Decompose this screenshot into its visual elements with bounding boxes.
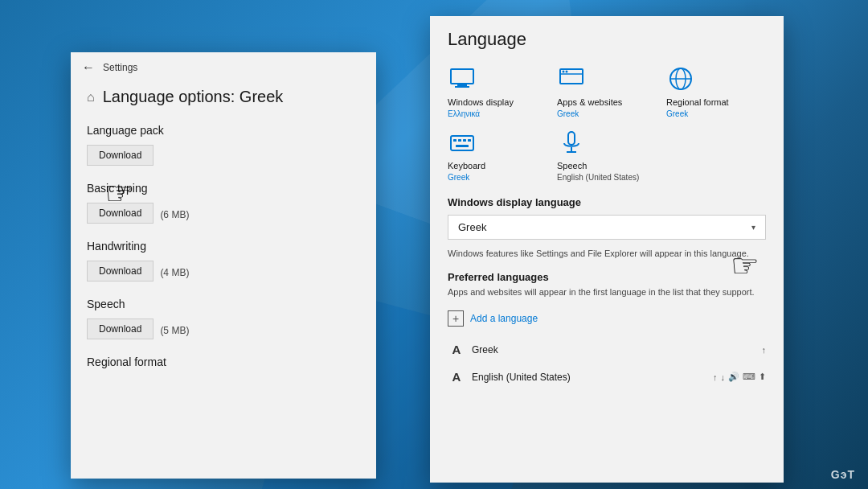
- speech-download-button[interactable]: Download: [87, 318, 154, 339]
- svg-point-5: [563, 71, 565, 73]
- lang-row-english-left: A English (United States): [448, 368, 571, 386]
- english-lang-icons: ↑ ↓ 🔊 ⌨ ⬆: [713, 372, 766, 382]
- home-icon[interactable]: ⌂: [87, 90, 95, 105]
- keyboard-sublabel: Greek: [448, 173, 469, 182]
- language-pack-title: Language pack: [87, 124, 360, 137]
- basic-typing-size: (6 MB): [160, 209, 189, 220]
- dropdown-value: Greek: [458, 221, 486, 233]
- language-dropdown[interactable]: Greek ▾: [448, 215, 766, 240]
- handwriting-download-button[interactable]: Download: [87, 261, 154, 281]
- svg-rect-14: [468, 139, 471, 142]
- english-lang-name: English (United States): [472, 372, 571, 383]
- greek-lang-name: Greek: [472, 344, 498, 355]
- basic-typing-section: Basic typing Download (6 MB): [87, 182, 360, 227]
- apps-websites-icon: [557, 64, 586, 93]
- language-pack-section: Language pack Download: [87, 124, 360, 169]
- speech-section: Speech Download (5 MB): [87, 298, 360, 343]
- display-language-header: Windows display language: [448, 196, 766, 208]
- language-pack-download-button[interactable]: Download: [87, 145, 154, 166]
- preferred-langs-title: Preferred languages: [448, 271, 766, 283]
- svg-rect-11: [453, 139, 457, 142]
- left-panel: ← Settings ⌂ Language options: Greek Lan…: [71, 52, 376, 479]
- settings-title: Settings: [103, 62, 137, 73]
- page-title-text: Language options: Greek: [103, 88, 284, 106]
- english-settings-icon[interactable]: ⬆: [759, 372, 766, 382]
- svg-rect-1: [457, 84, 467, 86]
- svg-rect-15: [456, 145, 469, 147]
- windows-display-icon: [448, 64, 477, 93]
- watermark: GэT: [831, 468, 855, 481]
- handwriting-title: Handwriting: [87, 240, 360, 253]
- speech-icon: [557, 128, 586, 157]
- svg-rect-16: [568, 132, 575, 145]
- speech-btn-row: Download (5 MB): [87, 318, 360, 343]
- svg-rect-13: [463, 139, 466, 142]
- english-speech-icon: 🔊: [728, 372, 739, 382]
- basic-typing-btn-row: Download (6 MB): [87, 203, 360, 227]
- icon-item-regional-format[interactable]: Regional format Greek: [666, 64, 766, 118]
- svg-rect-10: [451, 136, 473, 150]
- lang-row-greek-left: A Greek: [448, 341, 498, 359]
- back-button[interactable]: ←: [82, 60, 95, 75]
- left-panel-content: ⌂ Language options: Greek Language pack …: [71, 80, 376, 392]
- titlebar: ← Settings: [71, 52, 376, 80]
- display-language-desc: Windows features like Settings and File …: [448, 248, 766, 260]
- svg-rect-12: [458, 139, 461, 142]
- icon-item-apps-websites[interactable]: Apps & websites Greek: [557, 64, 657, 118]
- icon-item-speech[interactable]: Speech English (United States): [557, 128, 657, 182]
- svg-rect-0: [451, 69, 473, 84]
- regional-format-section: Regional format: [87, 355, 360, 368]
- lang-row-english: A English (United States) ↑ ↓ 🔊 ⌨ ⬆: [448, 364, 766, 391]
- windows-display-sublabel: Ελληνικά: [448, 109, 480, 118]
- regional-format-label: Regional format: [666, 97, 729, 107]
- english-up-icon[interactable]: ↑: [713, 372, 718, 382]
- greek-lang-icon: A: [448, 341, 465, 359]
- icon-item-windows-display[interactable]: Windows display Ελληνικά: [448, 64, 547, 118]
- english-down-icon[interactable]: ↓: [721, 372, 726, 382]
- speech-sublabel: English (United States): [557, 173, 639, 182]
- apps-websites-sublabel: Greek: [557, 109, 579, 118]
- svg-point-6: [566, 71, 568, 73]
- add-language-button[interactable]: +: [448, 310, 464, 327]
- preferred-langs-desc: Apps and websites will appear in the fir…: [448, 286, 766, 298]
- apps-websites-label: Apps & websites: [557, 97, 622, 107]
- english-lang-icon: A: [448, 368, 465, 386]
- regional-format-title: Regional format: [87, 355, 360, 368]
- language-dropdown-container: Greek ▾: [448, 215, 766, 240]
- lang-row-greek: A Greek ↑: [448, 336, 766, 364]
- add-language-row[interactable]: + Add a language: [448, 307, 766, 330]
- windows-display-label: Windows display: [448, 97, 514, 107]
- speech-label: Speech: [557, 161, 587, 171]
- keyboard-label: Keyboard: [448, 161, 485, 171]
- right-panel-title: Language: [448, 29, 766, 50]
- language-pack-btn-row: Download: [87, 145, 360, 169]
- handwriting-section: Handwriting Download (4 MB): [87, 240, 360, 285]
- right-panel: Language Windows display Ελληνικά: [430, 16, 784, 483]
- basic-typing-title: Basic typing: [87, 182, 360, 195]
- basic-typing-download-button[interactable]: Download: [87, 203, 154, 224]
- english-keyboard-icon: ⌨: [743, 372, 755, 382]
- greek-lang-icons: ↑: [762, 345, 767, 355]
- svg-rect-2: [455, 86, 469, 88]
- regional-format-icon: [666, 64, 695, 93]
- handwriting-size: (4 MB): [160, 267, 189, 278]
- greek-lang-up-icon[interactable]: ↑: [762, 345, 767, 355]
- dropdown-arrow-icon: ▾: [751, 223, 755, 232]
- add-language-label: Add a language: [470, 313, 538, 324]
- regional-format-sublabel: Greek: [666, 109, 688, 118]
- right-content: Language Windows display Ελληνικά: [430, 16, 784, 404]
- speech-title: Speech: [87, 298, 360, 310]
- speech-size: (5 MB): [160, 325, 189, 336]
- handwriting-btn-row: Download (4 MB): [87, 261, 360, 285]
- icon-item-keyboard[interactable]: Keyboard Greek: [448, 128, 547, 182]
- page-title-row: ⌂ Language options: Greek: [87, 88, 360, 106]
- icons-grid: Windows display Ελληνικά Apps & websites…: [448, 64, 766, 182]
- keyboard-icon: [448, 128, 477, 157]
